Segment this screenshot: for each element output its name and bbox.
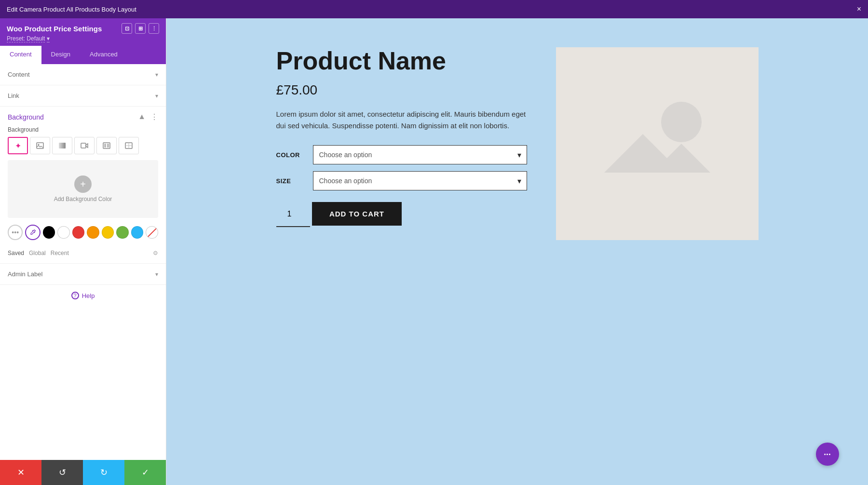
link-section-header[interactable]: Link ▾ — [0, 85, 166, 107]
main-layout: Woo Product Price Settings ⊡ ⊞ ⋮ Preset:… — [0, 18, 868, 485]
swatch-blue[interactable] — [131, 226, 144, 239]
link-chevron-icon: ▾ — [155, 93, 158, 99]
sidebar-header: Woo Product Price Settings ⊡ ⊞ ⋮ Preset:… — [0, 18, 166, 46]
widget-title: Woo Product Price Settings — [7, 25, 102, 33]
color-option-row: COLOR Choose an option ▾ — [276, 145, 527, 164]
bg-type-gradient[interactable] — [52, 137, 72, 154]
redo-button[interactable]: ↻ — [83, 460, 124, 485]
svg-rect-5 — [104, 144, 106, 148]
svg-rect-2 — [59, 143, 66, 148]
bottom-bar: ✕ ↺ ↻ ✓ — [0, 460, 166, 485]
content-section-header[interactable]: Content ▾ — [0, 64, 166, 85]
add-color-label: Add Background Color — [54, 196, 112, 202]
swatch-orange[interactable] — [87, 226, 99, 239]
background-section-icons: ▲ ⋮ — [138, 112, 158, 121]
title-bar-text: Edit Camera Product All Products Body La… — [7, 6, 136, 13]
sidebar-menu-icon[interactable]: ⋮ — [149, 23, 159, 34]
background-type-buttons: ✦ — [8, 137, 158, 154]
add-color-plus-icon: + — [74, 175, 92, 193]
floating-menu-button[interactable]: ••• — [816, 443, 839, 466]
sidebar-icon-2[interactable]: ⊞ — [135, 23, 146, 34]
content-section-title: Content — [8, 71, 30, 78]
sidebar-title-icons: ⊡ ⊞ ⋮ — [122, 23, 159, 34]
cancel-icon: ✕ — [17, 467, 25, 478]
svg-point-1 — [38, 144, 40, 146]
preview-area: Product Name £75.00 Lorem ipsum dolor si… — [166, 18, 868, 485]
background-section: Background ▲ ⋮ Background ✦ — [0, 107, 166, 263]
undo-button[interactable]: ↺ — [41, 460, 83, 485]
help-label: Help — [82, 292, 95, 299]
close-button[interactable]: × — [857, 5, 861, 13]
background-sub-label: Background — [8, 126, 158, 133]
help-circle-icon: ? — [71, 292, 79, 299]
color-label: COLOR — [276, 151, 305, 159]
color-tab-global[interactable]: Global — [29, 250, 46, 256]
size-select[interactable]: Choose an option — [313, 171, 527, 190]
swatch-white[interactable] — [57, 226, 70, 239]
svg-rect-3 — [81, 143, 86, 148]
sidebar: Woo Product Price Settings ⊡ ⊞ ⋮ Preset:… — [0, 18, 166, 485]
background-more-icon[interactable]: ⋮ — [150, 112, 158, 121]
product-price: £75.00 — [276, 82, 527, 98]
product-name: Product Name — [276, 47, 527, 75]
three-dots-icon: ••• — [12, 229, 19, 236]
cancel-button[interactable]: ✕ — [0, 460, 41, 485]
swatch-green[interactable] — [116, 226, 129, 239]
add-background-color-area[interactable]: + Add Background Color — [8, 160, 158, 218]
eyedropper-button[interactable] — [25, 225, 40, 240]
admin-label-header[interactable]: Admin Label ▾ — [0, 264, 166, 285]
title-bar: Edit Camera Product All Products Body La… — [0, 0, 868, 18]
size-select-wrapper: Choose an option ▾ — [313, 171, 527, 190]
admin-label-chevron-icon: ▾ — [155, 271, 158, 278]
preset-label[interactable]: Preset: Default ▾ — [7, 35, 159, 42]
bg-type-video[interactable] — [74, 137, 95, 154]
product-image-placeholder — [556, 47, 759, 240]
link-section-title: Link — [8, 92, 19, 99]
color-tab-recent[interactable]: Recent — [51, 250, 69, 256]
product-info: Product Name £75.00 Lorem ipsum dolor si… — [276, 47, 527, 239]
color-select[interactable]: Choose an option — [313, 145, 527, 164]
svg-point-10 — [661, 102, 702, 142]
redo-icon: ↻ — [100, 467, 108, 478]
background-collapse-icon[interactable]: ▲ — [138, 112, 146, 121]
more-dots-button[interactable]: ••• — [8, 225, 23, 240]
background-section-header: Background ▲ ⋮ — [8, 112, 158, 121]
sidebar-icon-1[interactable]: ⊡ — [122, 23, 132, 34]
color-tab-saved[interactable]: Saved — [8, 250, 24, 256]
background-section-title: Background — [8, 113, 44, 121]
help-row[interactable]: ? Help — [0, 285, 166, 306]
save-button[interactable]: ✓ — [124, 460, 166, 485]
product-options: COLOR Choose an option ▾ SIZE Choose — [276, 145, 527, 190]
tab-content[interactable]: Content — [0, 46, 41, 64]
svg-rect-6 — [107, 144, 109, 148]
size-label: SIZE — [276, 177, 305, 185]
swatch-strikethrough[interactable] — [146, 226, 158, 239]
admin-label-title: Admin Label — [8, 270, 42, 278]
product-description: Lorem ipsum dolor sit amet, consectetur … — [276, 108, 527, 132]
add-to-cart-button[interactable]: ADD TO CART — [312, 202, 402, 226]
color-settings-gear-icon[interactable]: ⚙ — [153, 250, 158, 256]
color-tabs: Saved Global Recent ⚙ — [8, 250, 158, 256]
bg-type-image[interactable] — [30, 137, 50, 154]
swatch-yellow[interactable] — [102, 226, 114, 239]
admin-label-section: Admin Label ▾ — [0, 263, 166, 285]
save-icon: ✓ — [142, 467, 149, 478]
tab-design[interactable]: Design — [41, 46, 80, 64]
tab-advanced[interactable]: Advanced — [80, 46, 127, 64]
color-swatches-row: ••• — [8, 225, 158, 240]
floating-dots-icon: ••• — [824, 451, 831, 457]
bg-type-pattern[interactable] — [119, 137, 139, 154]
bg-type-solid[interactable]: ✦ — [8, 137, 28, 154]
sidebar-title-row: Woo Product Price Settings ⊡ ⊞ ⋮ — [7, 23, 159, 34]
undo-icon: ↺ — [59, 467, 66, 478]
swatch-red[interactable] — [72, 226, 85, 239]
quantity-input[interactable] — [276, 202, 310, 227]
bg-type-slideshow[interactable] — [96, 137, 117, 154]
product-layout: Product Name £75.00 Lorem ipsum dolor si… — [276, 47, 759, 240]
sidebar-body: Content ▾ Link ▾ Background ▲ ⋮ Backgrou… — [0, 64, 166, 460]
color-select-wrapper: Choose an option ▾ — [313, 145, 527, 164]
svg-rect-0 — [37, 143, 43, 148]
sidebar-tabs: Content Design Advanced — [0, 46, 166, 64]
placeholder-image-icon — [604, 95, 710, 192]
swatch-black[interactable] — [43, 226, 55, 239]
